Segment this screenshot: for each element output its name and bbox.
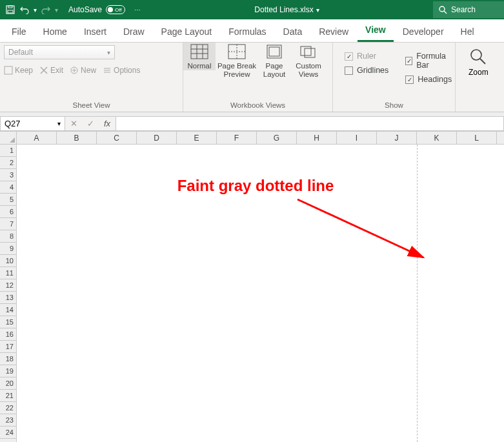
tab-view[interactable]: View [358,19,394,42]
headings-checkbox[interactable]: Headings [405,75,452,84]
row-header-4[interactable]: 4 [0,181,16,194]
row-header-7[interactable]: 7 [0,218,16,230]
exit-button: Exit [39,66,63,75]
zoom-button[interactable]: Zoom [459,45,498,77]
col-header-G[interactable]: G [257,132,297,144]
svg-rect-14 [191,45,208,59]
group-sheet-view: Default▾ Keep Exit New Options Sheet Vie… [0,43,183,112]
col-header-L[interactable]: L [457,132,497,144]
group-label-sheet-view: Sheet View [0,100,183,112]
tab-insert[interactable]: Insert [76,21,114,42]
ribbon-tabs: FileHomeInsertDrawPage LayoutFormulasDat… [0,19,504,43]
group-label-workbook-views: Workbook Views [183,100,332,112]
formula-input[interactable] [116,116,504,131]
row-headers: 123456789101112131415161718192021222324 [0,145,17,442]
col-header-J[interactable]: J [377,132,417,144]
group-zoom: Zoom [456,43,501,112]
worksheet[interactable]: ABCDEFGHIJKL 123456789101112131415161718… [0,132,504,442]
group-workbook-views: Normal Page Break Preview Page Layout Cu… [183,43,333,112]
tab-draw[interactable]: Draw [116,21,152,42]
svg-line-28 [297,199,423,257]
tab-developer[interactable]: Developer [395,21,452,42]
column-headers: ABCDEFGHIJKL [0,132,504,145]
row-header-21[interactable]: 21 [0,390,16,402]
chevron-down-icon[interactable]: ▾ [57,120,61,127]
col-header-C[interactable]: C [97,132,137,144]
undo-dropdown-icon[interactable]: ▾ [34,6,37,14]
svg-rect-25 [305,48,315,57]
col-header-A[interactable]: A [17,132,57,144]
page-break-line [417,145,418,442]
row-header-24[interactable]: 24 [0,427,16,439]
name-box[interactable]: Q27▾ [0,116,65,131]
select-all-triangle[interactable] [0,132,17,144]
row-header-20[interactable]: 20 [0,377,16,390]
sheet-view-combo[interactable]: Default▾ [4,45,115,59]
col-header-H[interactable]: H [297,132,337,144]
svg-rect-1 [8,10,13,13]
row-header-13[interactable]: 13 [0,292,16,304]
col-header-B[interactable]: B [57,132,97,144]
formula-bar-checkbox[interactable]: Formula Bar [405,52,452,70]
row-header-15[interactable]: 15 [0,316,16,328]
row-header-2[interactable]: 2 [0,157,16,169]
row-header-6[interactable]: 6 [0,206,16,218]
svg-rect-24 [301,46,311,55]
col-header-D[interactable]: D [137,132,177,144]
undo-icon[interactable] [19,5,30,15]
save-icon[interactable] [5,5,15,15]
autosave-label: AutoSave [68,5,102,14]
custom-views-button[interactable]: Custom Views [292,43,325,79]
tab-home[interactable]: Home [35,21,75,42]
tab-formulas[interactable]: Formulas [221,21,274,42]
qat-more-icon[interactable]: ⋯ [134,6,141,14]
row-header-5[interactable]: 5 [0,194,16,206]
row-header-17[interactable]: 17 [0,341,16,353]
row-header-14[interactable]: 14 [0,304,16,316]
ruler-checkbox: Ruler [345,52,388,61]
row-header-8[interactable]: 8 [0,230,16,243]
tab-file[interactable]: File [4,21,34,42]
redo-dropdown-icon[interactable]: ▾ [55,6,58,14]
row-header-22[interactable]: 22 [0,402,16,414]
enter-formula-icon: ✓ [82,119,99,128]
normal-view-button[interactable]: Normal [183,43,216,70]
page-break-preview-button[interactable]: Page Break Preview [217,43,257,79]
row-header-11[interactable]: 11 [0,267,16,279]
row-header-18[interactable]: 18 [0,353,16,365]
tab-page-layout[interactable]: Page Layout [154,21,220,42]
row-header-9[interactable]: 9 [0,243,16,255]
svg-rect-2 [8,6,12,8]
document-title: Dotted Lines.xlsx [254,5,313,14]
svg-rect-5 [5,66,12,74]
svg-point-3 [439,6,445,12]
gridlines-checkbox[interactable]: Gridlines [345,66,388,75]
row-header-23[interactable]: 23 [0,414,16,427]
cell-grid[interactable]: Faint gray dotted line [17,145,504,442]
page-layout-button[interactable]: Page Layout [258,43,290,79]
row-header-12[interactable]: 12 [0,279,16,292]
autosave-toggle[interactable]: Off [106,5,125,14]
col-header-I[interactable]: I [337,132,377,144]
tab-hel[interactable]: Hel [453,21,482,42]
tab-data[interactable]: Data [276,21,310,42]
row-header-10[interactable]: 10 [0,255,16,267]
tab-review[interactable]: Review [311,21,356,42]
col-header-K[interactable]: K [417,132,457,144]
row-header-19[interactable]: 19 [0,365,16,377]
col-header-F[interactable]: F [217,132,257,144]
col-header-E[interactable]: E [177,132,217,144]
redo-icon[interactable] [41,5,51,15]
new-button: New [70,66,96,75]
row-header-3[interactable]: 3 [0,169,16,181]
annotation-arrow [294,196,436,267]
row-header-16[interactable]: 16 [0,328,16,341]
search-box[interactable]: Search [433,1,504,18]
title-dropdown-icon[interactable]: ▾ [316,6,319,14]
options-button: Options [103,66,140,75]
search-placeholder: Search [451,5,476,14]
group-show: Ruler Gridlines Formula Bar Headings Sho… [333,43,456,112]
search-icon [438,5,447,14]
fx-icon[interactable]: fx [99,119,116,128]
row-header-1[interactable]: 1 [0,145,16,157]
